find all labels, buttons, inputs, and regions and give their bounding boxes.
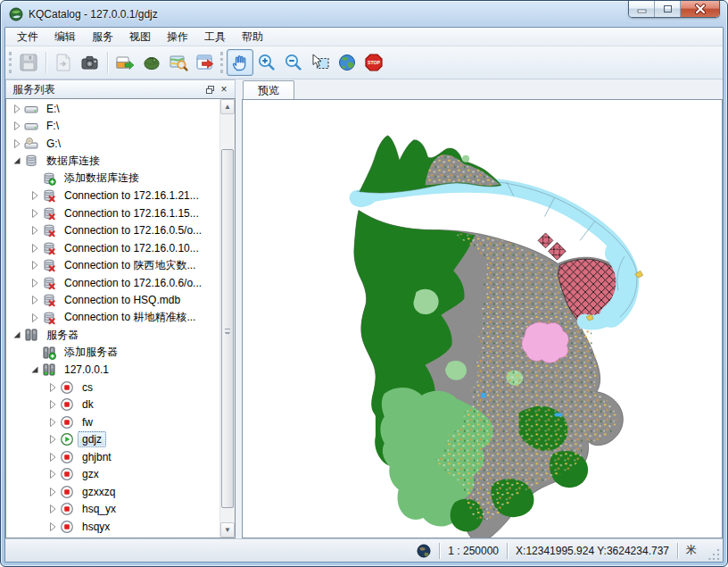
expand-collapsed-icon[interactable]	[46, 537, 60, 538]
toolbar-separator	[107, 52, 108, 73]
tree-item-hsqyx[interactable]: hsqyx	[6, 518, 219, 536]
tree-item-Connection-to-HSQ.mdb[interactable]: Connection to HSQ.mdb	[6, 292, 219, 310]
expand-collapsed-icon[interactable]	[10, 102, 24, 116]
menu-item-服务[interactable]: 服务	[84, 28, 121, 46]
expand-expanded-icon[interactable]	[10, 154, 24, 168]
expand-collapsed-icon[interactable]	[46, 450, 60, 464]
tree-item--[interactable]: 添加服务器	[6, 344, 219, 362]
tree-item-gzxxzq[interactable]: gzxxzq	[6, 483, 219, 501]
tree-item--[interactable]: 添加数据库连接	[6, 170, 219, 188]
status-coordinates: X:12341995.924 Y:3624234.737	[508, 543, 677, 559]
tree-scrollbar[interactable]: ▲ ▼	[219, 99, 235, 538]
float-panel-button[interactable]	[203, 83, 217, 96]
expand-collapsed-icon[interactable]	[28, 258, 42, 272]
app-window: KQCatalog - 127.0.0.1/gdjz 文件编辑服务视图操作工具帮…	[0, 0, 728, 567]
expand-collapsed-icon[interactable]	[28, 293, 42, 307]
expand-collapsed-icon[interactable]	[46, 415, 60, 429]
minimize-button[interactable]	[629, 1, 655, 17]
save-button[interactable]	[15, 49, 42, 76]
add-data-button[interactable]	[112, 49, 138, 76]
tree-item-F-[interactable]: F:\	[6, 118, 219, 136]
tree-item-label: ghjbnt	[78, 449, 116, 465]
expand-collapsed-icon[interactable]	[46, 432, 60, 446]
paste-button[interactable]	[50, 49, 77, 76]
tree-item-Connection-to-...[interactable]: Connection to 耕地精准核...	[6, 309, 219, 327]
map-search-button[interactable]	[165, 49, 192, 76]
expand-collapsed-icon[interactable]	[28, 276, 42, 290]
expand-expanded-icon[interactable]	[28, 363, 42, 377]
tree-item-Connection-to-172.16.1.15...[interactable]: Connection to 172.16.1.15...	[6, 204, 219, 222]
expand-collapsed-icon[interactable]	[28, 188, 42, 203]
tree-item-hsq_yx[interactable]: hsq_yx	[6, 501, 219, 519]
expand-collapsed-icon[interactable]	[10, 119, 24, 133]
expand-expanded-icon[interactable]	[10, 328, 24, 342]
expand-collapsed-icon[interactable]	[46, 467, 60, 481]
publish-service-button[interactable]	[138, 49, 165, 76]
tree-item-G-[interactable]: G:\	[6, 135, 219, 153]
expand-collapsed-icon[interactable]	[28, 241, 42, 255]
export-map-button[interactable]	[192, 49, 219, 76]
tree-item--[interactable]: 服务器	[6, 327, 219, 345]
zoom-in-button[interactable]	[253, 49, 280, 76]
tree-item--[interactable]: 数据库连接	[6, 153, 219, 171]
service-list-panel: 服务列表 × E:\F:\G:\数据库连接添加数据库连接Connection t…	[5, 79, 236, 538]
pan-button[interactable]	[227, 49, 253, 76]
close-panel-button[interactable]: ×	[217, 83, 231, 96]
menu-item-操作[interactable]: 操作	[159, 28, 196, 46]
menu-item-帮助[interactable]: 帮助	[234, 28, 271, 46]
database-icon	[24, 154, 39, 168]
toolbar-grip[interactable]	[9, 52, 12, 73]
add-data-icon	[114, 52, 136, 73]
expand-collapsed-icon[interactable]	[28, 223, 42, 238]
expand-collapsed-icon[interactable]	[28, 206, 42, 221]
expand-collapsed-icon[interactable]	[28, 311, 42, 325]
full-extent-button[interactable]	[334, 49, 360, 76]
expand-collapsed-icon[interactable]	[46, 380, 60, 395]
tree-item-Connection-to-...[interactable]: Connection to 陕西地灾数...	[6, 257, 219, 275]
tree-item-ghjbnt[interactable]: ghjbnt	[6, 448, 219, 466]
menu-item-文件[interactable]: 文件	[9, 28, 46, 46]
scroll-up-button[interactable]: ▲	[220, 99, 235, 114]
menu-item-工具[interactable]: 工具	[196, 28, 234, 46]
database-error-icon	[42, 276, 57, 290]
database-error-icon	[42, 223, 57, 238]
tree-item-E-[interactable]: E:\	[6, 100, 219, 118]
expand-collapsed-icon[interactable]	[46, 502, 60, 516]
title-bar[interactable]: KQCatalog - 127.0.0.1/gdjz	[1, 1, 727, 27]
menu-item-视图[interactable]: 视图	[121, 28, 159, 46]
expand-collapsed-icon[interactable]	[46, 485, 60, 499]
tree-item-gdjz[interactable]: gdjz	[6, 431, 219, 449]
panel-splitter[interactable]	[236, 79, 242, 538]
tree-item-jsydgzq[interactable]: jsydgzq	[6, 536, 219, 538]
map-preview[interactable]	[242, 99, 723, 538]
tab-preview[interactable]: 预览	[243, 80, 294, 100]
tree-item-127.0.0.1[interactable]: 127.0.0.1	[6, 362, 219, 379]
tree-item-Connection-to-172.16.0.10...[interactable]: Connection to 172.16.0.10...	[6, 239, 219, 257]
maximize-button[interactable]	[655, 1, 681, 17]
scroll-down-button[interactable]: ▼	[220, 522, 235, 538]
service-stopped-icon	[60, 380, 75, 395]
expand-collapsed-icon[interactable]	[46, 397, 60, 412]
resize-grip[interactable]	[708, 546, 721, 562]
expand-collapsed-icon[interactable]	[46, 520, 60, 534]
select-rect-button[interactable]	[307, 49, 334, 76]
tree-item-dk[interactable]: dk	[6, 396, 219, 414]
zoom-out-button[interactable]	[280, 49, 307, 76]
tree-item-Connection-to-172.16.1.21...[interactable]: Connection to 172.16.1.21...	[6, 188, 219, 205]
stop-icon: STOP	[363, 52, 385, 73]
scroll-thumb[interactable]	[221, 149, 234, 508]
server-icon	[24, 328, 39, 342]
expand-collapsed-icon[interactable]	[10, 137, 24, 151]
tree-item-label: Connection to 172.16.0.5/o...	[60, 222, 206, 238]
tree-item-Connection-to-172.16.0.5-o...[interactable]: Connection to 172.16.0.5/o...	[6, 222, 219, 240]
tree-item-Connection-to-172.16.0.6-o...[interactable]: Connection to 172.16.0.6/o...	[6, 274, 219, 292]
map-peninsula	[360, 136, 501, 193]
snapshot-button[interactable]	[77, 49, 103, 76]
toolbar-grip[interactable]	[220, 52, 223, 73]
menu-item-编辑[interactable]: 编辑	[46, 28, 84, 46]
tree-item-fw[interactable]: fw	[6, 413, 219, 431]
tree-item-gzx[interactable]: gzx	[6, 466, 219, 484]
close-button[interactable]	[681, 1, 719, 17]
tree-item-cs[interactable]: cs	[6, 379, 219, 396]
stop-button[interactable]: STOP	[360, 49, 387, 76]
